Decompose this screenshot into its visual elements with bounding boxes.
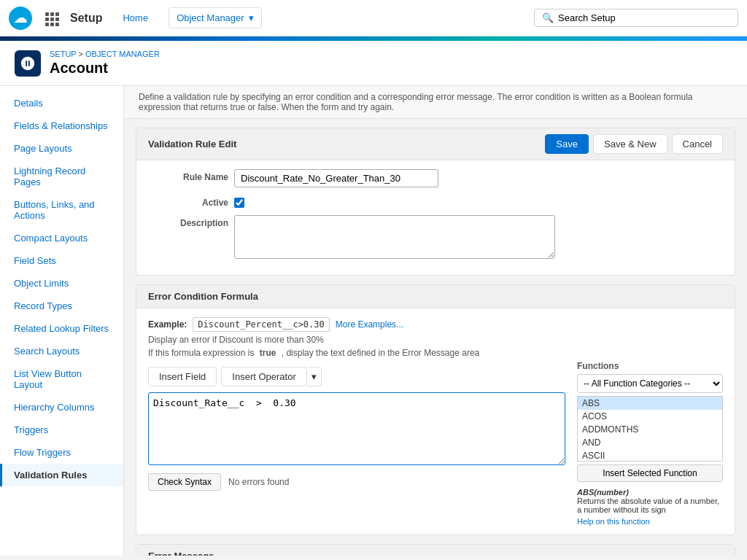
info-bar-text: Define a validation rule by specifying a… bbox=[139, 92, 693, 112]
function-item-abs[interactable]: ABS bbox=[578, 397, 722, 410]
validation-rule-edit-header: Validation Rule Edit Save Save & New Can… bbox=[136, 128, 735, 160]
functions-panel: Functions -- All Function Categories -- … bbox=[577, 361, 723, 526]
error-condition-title: Error Condition Formula bbox=[148, 291, 258, 302]
sidebar-item-buttons[interactable]: Buttons, Links, and Actions bbox=[0, 193, 123, 227]
after-text: , display the text defined in the Error … bbox=[282, 348, 479, 358]
insert-operator-dropdown[interactable]: ▾ bbox=[307, 367, 322, 386]
function-desc-text: Returns the absolute value of a number, … bbox=[577, 497, 719, 514]
save-new-button[interactable]: Save & New bbox=[593, 134, 667, 154]
search-input[interactable] bbox=[558, 12, 730, 23]
help-link[interactable]: Help on this function bbox=[577, 517, 723, 526]
info-bar: Define a validation rule by specifying a… bbox=[124, 86, 747, 119]
cancel-button[interactable]: Cancel bbox=[672, 134, 723, 154]
main-layout: Details Fields & Relationships Page Layo… bbox=[0, 86, 747, 556]
object-manager-nav[interactable]: Object Manager ▾ bbox=[169, 7, 262, 28]
sidebar-item-triggers[interactable]: Triggers bbox=[0, 419, 123, 441]
if-text-row: If this formula expression is true , dis… bbox=[148, 348, 723, 358]
example-code: Discount_Percent__c>0.30 bbox=[193, 317, 329, 332]
salesforce-logo: ☁ bbox=[9, 7, 32, 30]
search-icon: 🔍 bbox=[542, 12, 554, 23]
app-launcher-icon[interactable] bbox=[44, 11, 58, 26]
setup-label: Setup bbox=[70, 12, 102, 25]
function-item-and[interactable]: AND bbox=[578, 436, 722, 449]
check-syntax-row: Check Syntax No errors found bbox=[148, 473, 565, 491]
validation-rule-edit-section: Validation Rule Edit Save Save & New Can… bbox=[136, 128, 735, 276]
active-checkbox[interactable] bbox=[234, 198, 244, 208]
sidebar: Details Fields & Relationships Page Layo… bbox=[0, 86, 124, 556]
display-text-span: Display an error if Discount is more tha… bbox=[148, 335, 324, 345]
insert-buttons-row: Insert Field Insert Operator ▾ bbox=[148, 367, 565, 386]
description-row: Description bbox=[148, 215, 723, 259]
insert-operator-button[interactable]: Insert Operator bbox=[221, 367, 306, 386]
breadcrumb: SETUP > OBJECT MANAGER bbox=[50, 50, 160, 58]
insert-field-button[interactable]: Insert Field bbox=[148, 367, 217, 386]
rule-name-input[interactable] bbox=[234, 169, 438, 187]
rule-name-row: Rule Name bbox=[148, 169, 723, 187]
error-message-header: Error Message bbox=[136, 545, 735, 556]
error-condition-header: Error Condition Formula bbox=[136, 285, 735, 308]
sidebar-item-lightning-pages[interactable]: Lightning Record Pages bbox=[0, 160, 123, 193]
insert-selected-function-button[interactable]: Insert Selected Function bbox=[577, 464, 723, 482]
error-condition-body: Example: Discount_Percent__c>0.30 More E… bbox=[136, 308, 735, 534]
rule-name-label: Rule Name bbox=[148, 169, 228, 182]
sidebar-item-hierarchy[interactable]: Hierarchy Columns bbox=[0, 396, 123, 419]
object-manager-label: Object Manager bbox=[177, 12, 244, 23]
sidebar-item-search-layouts[interactable]: Search Layouts bbox=[0, 340, 123, 362]
functions-label: Functions bbox=[577, 361, 723, 371]
functions-list[interactable]: ABS ACOS ADDMONTHS AND ASCII ASIN bbox=[577, 396, 723, 462]
page-header: SETUP > OBJECT MANAGER Account bbox=[0, 41, 747, 86]
account-icon bbox=[15, 50, 41, 77]
formula-area: Insert Field Insert Operator ▾ Check Syn… bbox=[148, 361, 723, 526]
sidebar-item-compact[interactable]: Compact Layouts bbox=[0, 227, 123, 249]
function-item-acos[interactable]: ACOS bbox=[578, 410, 722, 423]
cloud-icon: ☁ bbox=[14, 10, 27, 26]
example-label: Example: bbox=[148, 319, 187, 330]
more-examples-link[interactable]: More Examples... bbox=[336, 319, 403, 330]
sidebar-item-validation-rules[interactable]: Validation Rules bbox=[0, 464, 123, 486]
content-area: Define a validation rule by specifying a… bbox=[124, 86, 747, 556]
page-title: Account bbox=[50, 60, 160, 77]
validation-rule-form-body: Rule Name Active Description bbox=[136, 160, 735, 275]
sidebar-item-details[interactable]: Details bbox=[0, 92, 123, 114]
top-nav: ☁ Setup Home Object Manager ▾ 🔍 bbox=[0, 0, 747, 36]
check-syntax-button[interactable]: Check Syntax bbox=[148, 473, 221, 491]
sidebar-item-record-types[interactable]: Record Types bbox=[0, 295, 123, 317]
save-button[interactable]: Save bbox=[545, 134, 589, 154]
sidebar-item-fields[interactable]: Fields & Relationships bbox=[0, 114, 123, 137]
function-item-ascii[interactable]: ASCII bbox=[578, 449, 722, 462]
active-row: Active bbox=[148, 195, 723, 208]
description-textarea[interactable] bbox=[234, 215, 555, 259]
function-signature: ABS(number) bbox=[577, 488, 629, 497]
sidebar-item-list-view[interactable]: List View Button Layout bbox=[0, 362, 123, 396]
example-row: Example: Discount_Percent__c>0.30 More E… bbox=[148, 317, 723, 332]
if-text: If this formula expression is bbox=[148, 348, 254, 358]
error-condition-section: Error Condition Formula Example: Discoun… bbox=[136, 284, 735, 535]
sidebar-item-limits[interactable]: Object Limits bbox=[0, 272, 123, 295]
action-buttons: Save Save & New Cancel bbox=[545, 134, 723, 154]
error-message-section: Error Message Example: Discount percent … bbox=[136, 544, 735, 556]
active-label: Active bbox=[148, 195, 228, 208]
page-header-text: SETUP > OBJECT MANAGER Account bbox=[50, 50, 160, 77]
chevron-down-icon: ▾ bbox=[249, 12, 254, 23]
sidebar-item-page-layouts[interactable]: Page Layouts bbox=[0, 137, 123, 160]
validation-rule-edit-title: Validation Rule Edit bbox=[148, 139, 236, 149]
formula-textarea[interactable] bbox=[148, 392, 565, 465]
sidebar-item-related-lookup[interactable]: Related Lookup Filters bbox=[0, 317, 123, 340]
no-errors-text: No errors found bbox=[228, 477, 289, 487]
home-nav-link[interactable]: Home bbox=[114, 12, 157, 23]
function-description: ABS(number) Returns the absolute value o… bbox=[577, 488, 723, 514]
error-message-title: Error Message bbox=[148, 551, 214, 556]
display-text: Display an error if Discount is more tha… bbox=[148, 335, 723, 345]
true-text: true bbox=[260, 348, 276, 358]
description-label: Description bbox=[148, 215, 228, 228]
function-categories-select[interactable]: -- All Function Categories -- bbox=[577, 374, 723, 393]
sidebar-item-flow-triggers[interactable]: Flow Triggers bbox=[0, 441, 123, 464]
sidebar-item-field-sets[interactable]: Field Sets bbox=[0, 249, 123, 272]
function-item-addmonths[interactable]: ADDMONTHS bbox=[578, 423, 722, 436]
formula-left: Insert Field Insert Operator ▾ Check Syn… bbox=[148, 361, 565, 526]
search-bar[interactable]: 🔍 bbox=[534, 9, 738, 27]
